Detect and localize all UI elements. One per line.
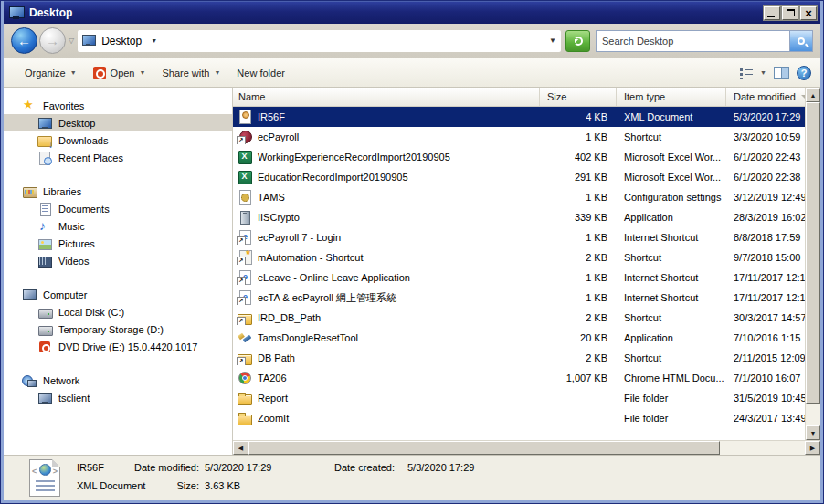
scroll-up-icon[interactable]: ▲ — [806, 88, 820, 102]
file-row[interactable]: ecTA & ecPayroll 網上管理系統1 KBInternet Shor… — [233, 288, 805, 308]
address-history-caret-icon[interactable]: ▼ — [549, 37, 556, 45]
sidebar-item-temporary-storage-d-[interactable]: Temporary Storage (D:) — [4, 320, 232, 338]
location-dropdown-icon[interactable]: ▼ — [151, 37, 157, 44]
horizontal-scroll-track[interactable] — [720, 441, 805, 455]
details-modified-value: 5/3/2020 17:29 — [205, 462, 271, 473]
maximize-button[interactable] — [782, 6, 798, 20]
sidebar-item-computer[interactable]: Computer — [4, 286, 232, 303]
title-bar[interactable]: Desktop × — [4, 1, 820, 24]
search-button[interactable] — [789, 31, 812, 51]
organize-button[interactable]: Organize ▼ — [16, 64, 85, 82]
scroll-left-icon[interactable]: ◀ — [233, 441, 248, 455]
file-row[interactable]: WorkingExperienceRecordImport20190905402… — [233, 147, 805, 167]
file-row[interactable]: ZoomItFile folder24/3/2017 13:49 — [233, 408, 805, 428]
search-input[interactable] — [597, 36, 789, 47]
sidebar-item-desktop[interactable]: Desktop — [4, 114, 232, 131]
views-caret-icon[interactable]: ▼ — [760, 69, 766, 76]
close-button[interactable]: × — [800, 6, 817, 20]
address-box[interactable]: Desktop ▼ ▼ — [78, 30, 561, 52]
sidebar-item-pictures[interactable]: Pictures — [4, 235, 232, 252]
file-row[interactable]: IRD_DB_Path2 KBShortcut30/3/2017 14:57 — [233, 308, 805, 328]
url-file-icon — [238, 270, 252, 285]
file-date-modified: 8/8/2018 17:59 — [726, 232, 805, 243]
file-row[interactable]: ecPayroll1 KBShortcut3/3/2020 10:59 — [233, 127, 805, 147]
sidebar-item-label: Local Disk (C:) — [58, 307, 124, 318]
file-size: 20 KB — [540, 332, 617, 343]
vertical-scrollbar[interactable]: ▲ ▼ — [805, 88, 820, 440]
column-header-date-modified[interactable]: Date modified — [726, 88, 805, 106]
preview-pane-icon[interactable] — [774, 67, 789, 79]
sidebar-item-label: Libraries — [43, 186, 81, 197]
horizontal-scrollbar[interactable]: ◀ ▶ — [233, 440, 820, 455]
file-row[interactable]: DB Path2 KBShortcut2/11/2015 12:09 — [233, 348, 805, 368]
vertical-scroll-track[interactable] — [806, 404, 820, 425]
new-folder-label: New folder — [237, 68, 285, 79]
sidebar-item-dvd-drive-e-15-0-4420-1017[interactable]: DVD Drive (E:) 15.0.4420.1017 — [4, 338, 232, 355]
dvd-icon — [37, 340, 52, 354]
column-header-size[interactable]: Size — [540, 88, 617, 106]
file-row[interactable]: mAutomation - Shortcut2 KBShortcut9/7/20… — [233, 247, 805, 268]
details-pane: <> IR56F XML Document Date modified: 5/3… — [4, 455, 820, 500]
vertical-scroll-thumb[interactable] — [806, 102, 820, 404]
file-row[interactable]: IISCrypto339 KBApplication28/3/2019 16:0… — [233, 207, 805, 227]
file-row[interactable]: EducationRecordImport20190905291 KBMicro… — [233, 167, 805, 187]
change-view-icon[interactable] — [740, 68, 753, 79]
sidebar-item-local-disk-c-[interactable]: Local Disk (C:) — [4, 303, 232, 320]
sidebar-item-network[interactable]: Network — [4, 372, 232, 389]
sidebar-item-videos[interactable]: Videos — [4, 252, 232, 269]
file-row[interactable]: ReportFile folder31/5/2019 10:45 — [233, 388, 805, 408]
file-size: 291 KB — [540, 172, 617, 183]
file-row[interactable]: TamsDongleResetTool20 KBApplication7/10/… — [233, 328, 805, 348]
sidebar-item-libraries[interactable]: Libraries — [4, 183, 232, 200]
sidebar-item-music[interactable]: Music — [4, 217, 232, 235]
back-button[interactable]: ← — [11, 27, 37, 54]
details-size-label: Size: — [121, 480, 199, 491]
scroll-right-icon[interactable]: ▶ — [805, 441, 820, 455]
sidebar-item-recent-places[interactable]: Recent Places — [4, 149, 232, 166]
mauto-file-icon — [238, 250, 252, 265]
column-header-name[interactable]: Name — [233, 88, 540, 106]
excel-file-icon — [238, 170, 252, 184]
url-file-icon — [238, 230, 252, 245]
details-modified-label: Date modified: — [121, 462, 199, 473]
share-with-button[interactable]: Share with ▼ — [153, 64, 228, 82]
horizontal-scroll-thumb[interactable] — [248, 441, 720, 455]
refresh-button[interactable] — [565, 30, 590, 52]
recent-pages-caret-icon[interactable]: ▽ — [69, 37, 74, 45]
sidebar-item-downloads[interactable]: Downloads — [4, 131, 232, 149]
column-headers: Name Size Item type Date modified — [233, 88, 820, 107]
file-row[interactable]: eLeave - Online Leave Application1 KBInt… — [233, 268, 805, 288]
scroll-down-icon[interactable]: ▼ — [806, 425, 820, 440]
pc-icon — [37, 391, 52, 405]
column-header-item-type[interactable]: Item type — [617, 88, 726, 106]
content-area: FavoritesDesktopDownloadsRecent PlacesLi… — [4, 88, 820, 455]
open-button[interactable]: Open ▼ — [85, 63, 154, 83]
new-folder-button[interactable]: New folder — [228, 64, 293, 82]
sidebar-item-label: Favorites — [43, 100, 84, 111]
sidebar-group: Networktsclient — [4, 372, 232, 406]
file-item-type: Internet Shortcut — [617, 232, 726, 243]
xml-file-icon — [238, 110, 252, 124]
chrome-file-icon — [238, 371, 252, 385]
sidebar-item-tsclient[interactable]: tsclient — [4, 389, 232, 406]
file-name: Report — [258, 393, 288, 404]
file-name: DB Path — [258, 352, 295, 363]
star-icon — [22, 99, 37, 113]
search-box — [596, 30, 813, 52]
minimize-button[interactable] — [764, 6, 780, 20]
folder-file-icon — [238, 411, 252, 425]
sidebar-item-documents[interactable]: Documents — [4, 200, 232, 217]
recent-icon — [37, 151, 52, 165]
desktop-location-icon — [82, 35, 96, 47]
file-size: 4 KB — [540, 111, 617, 122]
help-icon[interactable]: ? — [797, 66, 811, 80]
file-date-modified: 7/1/2010 16:07 — [726, 373, 805, 383]
disk-icon — [37, 305, 52, 320]
forward-button[interactable]: → — [39, 27, 66, 54]
file-row[interactable]: TAMS1 KBConfiguration settings3/12/2019 … — [233, 187, 805, 207]
file-row[interactable]: ecPayroll 7 - Login1 KBInternet Shortcut… — [233, 227, 805, 247]
file-date-modified: 9/7/2018 15:00 — [726, 252, 805, 263]
sidebar-item-favorites[interactable]: Favorites — [4, 97, 232, 114]
file-row[interactable]: IR56F4 KBXML Document5/3/2020 17:29 — [233, 107, 805, 127]
file-row[interactable]: TA2061,007 KBChrome HTML Docu...7/1/2010… — [233, 368, 805, 388]
